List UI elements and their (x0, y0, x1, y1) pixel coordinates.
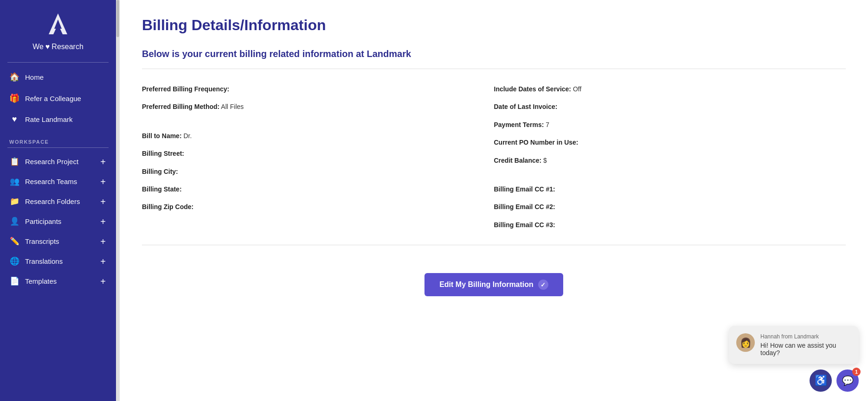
sidebar-item-templates[interactable]: 📄 Templates + (0, 271, 116, 291)
templates-label: Templates (25, 277, 57, 285)
scroll-thumb (116, 0, 119, 37)
sidebar-workspace-divider (7, 147, 109, 148)
research-folders-icon: 📁 (9, 197, 19, 206)
billing-bottom-divider (142, 245, 846, 245)
credit-balance-value: $ (543, 157, 547, 164)
transcripts-plus-button[interactable]: + (99, 237, 107, 246)
credit-balance-field: Credit Balance: $ (494, 152, 846, 169)
sidebar-item-transcripts[interactable]: ✏️ Transcripts + (0, 231, 116, 251)
email-cc3-field: Billing Email CC #3: (494, 216, 846, 234)
sidebar-item-translations[interactable]: 🌐 Translations + (0, 251, 116, 271)
billing-street-label: Billing Street: (142, 150, 184, 157)
translations-plus-button[interactable]: + (99, 257, 107, 266)
chat-message: Hi! How can we assist you today? (760, 342, 851, 356)
chat-widget: 👩 Hannah from Landmark Hi! How can we as… (729, 326, 859, 364)
email-cc2-field: Billing Email CC #2: (494, 198, 846, 216)
research-folders-plus-button[interactable]: + (99, 197, 107, 206)
chat-sender: Hannah from Landmark (760, 333, 851, 340)
transcripts-icon: ✏️ (9, 236, 19, 246)
edit-billing-label: Edit My Billing Information (439, 280, 534, 289)
research-teams-plus-button[interactable]: + (99, 177, 107, 186)
sidebar-item-refer-label: Refer a Colleague (25, 95, 81, 102)
billing-zip-label: Billing Zip Code: (142, 203, 193, 210)
edit-billing-button[interactable]: Edit My Billing Information ✓ (424, 273, 563, 296)
bill-to-name-field: Bill to Name: Dr. (142, 127, 494, 145)
billing-actions: Edit My Billing Information ✓ (142, 264, 846, 296)
sidebar-item-home[interactable]: 🏠 Home (0, 66, 116, 88)
chat-icon: 💬 (842, 375, 854, 386)
heart-nav-icon: ♥ (9, 115, 19, 124)
billing-state-field: Billing State: (142, 180, 494, 198)
workspace-label: WORKSPACE (9, 139, 49, 145)
check-circle-icon: ✓ (538, 280, 548, 290)
research-project-plus-button[interactable]: + (99, 157, 107, 166)
accessibility-icon: ♿ (815, 375, 827, 387)
heart-icon: ♥ (45, 43, 50, 51)
billing-zip-field: Billing Zip Code: (142, 198, 494, 216)
chat-open-button[interactable]: 💬 1 (836, 369, 859, 392)
email-cc1-field: Billing Email CC #1: (494, 180, 846, 198)
billing-method-label: Preferred Billing Method: (142, 103, 219, 110)
billing-state-label: Billing State: (142, 185, 182, 193)
app-tagline: We ♥ Research (32, 43, 84, 51)
payment-terms-value: 7 (546, 121, 549, 128)
participants-label: Participants (25, 217, 61, 225)
sidebar-logo: We ♥ Research (0, 0, 116, 58)
tagline-prefix: We (32, 43, 44, 51)
credit-balance-label: Credit Balance: (494, 157, 542, 164)
chat-bubble: Hannah from Landmark Hi! How can we assi… (760, 333, 851, 356)
billing-method-field: Preferred Billing Method: All Files (142, 98, 494, 115)
sidebar-divider-top (7, 62, 109, 63)
scroll-track (116, 0, 120, 401)
payment-terms-field: Payment Terms: 7 (494, 116, 846, 134)
billing-method-value: All Files (221, 103, 244, 110)
participants-plus-button[interactable]: + (99, 217, 107, 226)
last-invoice-field: Date of Last Invoice: (494, 98, 846, 115)
research-teams-icon: 👥 (9, 177, 19, 186)
sidebar-item-home-label: Home (25, 73, 44, 81)
sidebar: We ♥ Research 🏠 Home 🎁 Refer a Colleague… (0, 0, 116, 401)
email-cc3-label: Billing Email CC #3: (494, 221, 555, 229)
email-cc1-label: Billing Email CC #1: (494, 185, 555, 193)
billing-left-column: Preferred Billing Frequency: Preferred B… (142, 80, 494, 234)
gift-icon: 🎁 (9, 93, 19, 103)
research-project-label: Research Project (25, 158, 78, 165)
email-cc2-label: Billing Email CC #2: (494, 203, 555, 210)
sidebar-item-research-project[interactable]: 📋 Research Project + (0, 152, 116, 172)
billing-right-column: Include Dates of Service: Off Date of La… (494, 80, 846, 234)
page-title: Billing Details/Information (142, 17, 846, 34)
sidebar-item-rate[interactable]: ♥ Rate Landmark (0, 109, 116, 130)
translations-icon: 🌐 (9, 256, 19, 266)
sidebar-item-participants[interactable]: 👤 Participants + (0, 211, 116, 231)
include-dates-value: Off (573, 85, 581, 93)
research-teams-label: Research Teams (25, 178, 77, 185)
billing-top-divider (142, 69, 846, 69)
billing-city-field: Billing City: (142, 163, 494, 180)
translations-label: Translations (25, 257, 63, 265)
research-project-icon: 📋 (9, 157, 19, 166)
billing-street-field: Billing Street: (142, 145, 494, 162)
sidebar-item-research-teams[interactable]: 👥 Research Teams + (0, 172, 116, 191)
sidebar-item-refer[interactable]: 🎁 Refer a Colleague (0, 88, 116, 109)
tagline-suffix: Research (51, 43, 83, 51)
sidebar-item-research-folders[interactable]: 📁 Research Folders + (0, 191, 116, 211)
billing-subtitle: Below is your current billing related in… (142, 49, 846, 59)
bill-to-name-label: Bill to Name: (142, 132, 182, 140)
billing-city-label: Billing City: (142, 168, 178, 175)
accessibility-button[interactable]: ♿ (810, 369, 832, 392)
include-dates-field: Include Dates of Service: Off (494, 80, 846, 98)
chat-avatar: 👩 (736, 333, 755, 352)
home-icon: 🏠 (9, 72, 19, 82)
research-folders-label: Research Folders (25, 197, 80, 205)
chat-badge: 1 (852, 368, 861, 376)
billing-fields-grid: Preferred Billing Frequency: Preferred B… (142, 80, 846, 234)
bill-to-name-value: Dr. (183, 132, 192, 140)
bottom-right-buttons: ♿ 💬 1 (810, 369, 859, 392)
payment-terms-label: Payment Terms: (494, 121, 544, 128)
workspace-section-label: WORKSPACE (0, 130, 116, 147)
billing-frequency-field: Preferred Billing Frequency: (142, 80, 494, 98)
templates-plus-button[interactable]: + (99, 277, 107, 286)
po-number-field: Current PO Number in Use: (494, 134, 846, 151)
sidebar-item-rate-label: Rate Landmark (25, 115, 73, 123)
transcripts-label: Transcripts (25, 237, 59, 245)
